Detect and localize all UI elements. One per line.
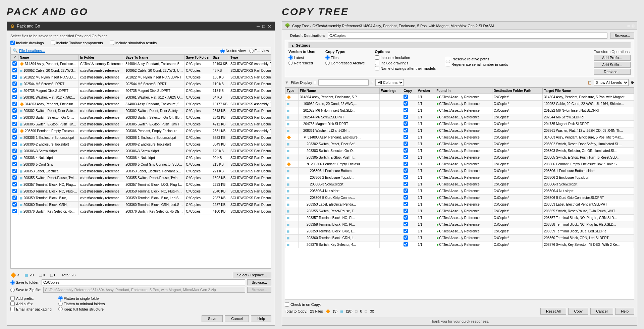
row-check[interactable] [11,195,18,202]
preserve-relative-checkbox[interactable]: Preserve relative paths [446,57,508,61]
include-simulation-checkbox[interactable]: Include simulation results [110,41,157,45]
version-latest-radio[interactable]: Latest [288,55,315,60]
row-check[interactable] [11,61,18,67]
row-check[interactable] [11,67,18,74]
filter-columns-select[interactable]: All Columns [375,79,404,86]
help-button[interactable]: Help [251,315,271,322]
row-check[interactable] [11,155,18,161]
row-check[interactable] [11,208,18,215]
row-check[interactable] [11,101,18,108]
show-levels-select[interactable]: Show All Levels [594,79,629,86]
ct-row-copy[interactable] [402,201,416,208]
copy-type-files-radio[interactable]: Files [325,55,365,60]
ct-row-copy[interactable] [402,148,416,154]
close-btn[interactable]: ✕ [268,24,271,29]
total-copy-label: Total to Copy: [285,309,307,313]
row-check[interactable] [11,181,18,188]
flatten-minimal-radio[interactable]: Flatten to minimal folders [58,301,105,306]
ct-row-copy[interactable] [402,228,416,235]
ct-row-copy[interactable] [402,195,416,201]
row-check[interactable] [11,74,18,81]
ct-include-sim-checkbox[interactable]: Include simulation [375,55,436,60]
checkin-checkbox[interactable]: Check-in on Copy: [285,302,321,307]
minimize-btn[interactable]: ─ [257,24,260,29]
row-check[interactable] [11,141,18,148]
flatten-single-radio[interactable]: Flatten to single folder [58,296,105,300]
row-check[interactable] [11,161,18,168]
settings-header[interactable]: ▲ Settings [288,42,631,48]
nested-view-radio[interactable]: Nested view [220,49,246,53]
ct-row-copy[interactable] [402,181,416,188]
ct-name-drawings-checkbox[interactable]: Name drawings after their models [375,66,436,70]
row-check[interactable] [11,148,18,155]
ct-row-copy[interactable] [402,174,416,181]
ct-copy-btn[interactable]: Copy [568,308,588,315]
replace-btn[interactable]: Replace... [594,69,631,75]
ct-row-copy[interactable] [402,208,416,215]
ct-include-drawings-checkbox[interactable]: Include drawings [375,61,436,65]
save-zip-input[interactable] [43,287,245,293]
row-infolder: c:\test\assembly reference [79,81,124,88]
row-check[interactable] [11,134,18,141]
ct-row-copy[interactable] [402,188,416,195]
ct-minimize-btn[interactable]: ─ [628,24,630,28]
save-zip-browse-btn[interactable]: Browse... [247,287,271,293]
add-prefix-checkbox[interactable]: Add prefix: [10,296,52,300]
row-check[interactable] [11,128,18,134]
ct-row-copy[interactable] [402,127,416,134]
keep-full-radio[interactable]: Keep full folder structure [58,307,105,311]
row-check[interactable] [11,108,18,114]
flat-view-radio[interactable]: Flat view [249,49,269,53]
file-locations-link[interactable]: File Locations... [19,49,45,53]
row-check[interactable] [11,88,18,94]
ct-row-copy[interactable] [402,94,416,101]
include-drawings-checkbox[interactable]: Include drawings [10,41,44,45]
ct-row-copy[interactable] [402,141,416,148]
reset-all-btn[interactable]: Reset All [540,308,566,315]
add-suffix-btn[interactable]: Add Suffix... [594,62,631,68]
row-check[interactable] [11,81,18,88]
ct-row-copy[interactable] [402,134,416,141]
row-check[interactable] [11,114,18,121]
row-check[interactable] [11,121,18,128]
row-check[interactable] [11,202,18,208]
filter-input[interactable] [318,79,369,86]
ct-row-copy[interactable] [402,114,416,121]
copy-type-compressed-radio[interactable]: Compressed Archive [325,61,365,65]
cancel-button[interactable]: Cancel [225,315,249,322]
row-check[interactable] [11,94,18,101]
regenerate-serial-checkbox[interactable]: Regenerate serial number in cards [446,62,508,66]
default-dest-input[interactable] [328,33,607,39]
ct-row-copy[interactable] [402,154,416,161]
version-referenced-radio[interactable]: Referenced [288,61,315,65]
maximize-btn[interactable]: □ [262,24,265,29]
row-check[interactable] [11,175,18,181]
col-saveto: Save To Name [124,55,184,61]
save-folder-input[interactable] [42,279,245,285]
ct-row-copy[interactable] [402,221,416,228]
ct-row-copy[interactable] [402,161,416,168]
add-prefix-btn[interactable]: Add Prefix... [594,55,631,61]
ct-row-copy[interactable] [402,101,416,107]
ct-maximize-btn[interactable]: □ [632,24,634,28]
row-check[interactable] [11,188,18,195]
save-to-folder-radio[interactable]: Save to folder: [10,280,40,285]
row-check[interactable] [11,168,18,175]
save-button[interactable]: Save [202,315,223,322]
ct-row-copy[interactable] [402,168,416,174]
ct-browse-btn[interactable]: Browse... [610,33,634,39]
ct-cancel-btn[interactable]: Cancel [590,308,613,315]
include-toolbox-checkbox[interactable]: Include Toolbox components [51,41,103,45]
save-folder-browse-btn[interactable]: Browse... [247,279,271,285]
ct-row-copy[interactable] [402,121,416,127]
ct-row-copy[interactable] [402,241,416,248]
select-replace-btn[interactable]: Select / Replace... [233,272,271,278]
ct-row-copy[interactable] [402,107,416,114]
ct-row-copy[interactable] [402,235,416,241]
email-after-checkbox[interactable]: Email after packaging [10,307,52,311]
window-controls[interactable]: ─ □ ✕ [257,24,271,29]
ct-help-btn[interactable]: Help [615,308,634,315]
save-to-zip-radio[interactable]: Save to Zip file: [10,288,41,292]
ct-row-copy[interactable] [402,215,416,221]
add-suffix-checkbox[interactable]: Add suffix: [10,301,52,306]
